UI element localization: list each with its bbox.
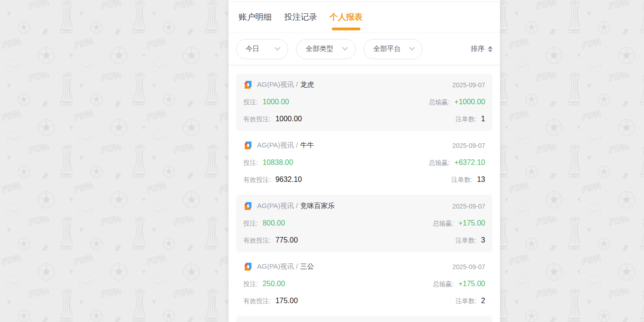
sort-arrows-icon xyxy=(488,46,493,52)
active-tab-underline xyxy=(332,28,360,30)
total-win-label: 总输赢: xyxy=(429,98,450,107)
bet-count-value: 1 xyxy=(481,115,485,123)
ag-provider-logo-icon xyxy=(243,141,253,150)
type-filter-value: 全部类型 xyxy=(306,45,333,53)
total-win-label: 总输赢: xyxy=(433,280,454,288)
sort-desc-icon xyxy=(488,50,493,52)
bet-count-value: 3 xyxy=(481,236,485,244)
bet-count-label: 注单数: xyxy=(455,115,476,124)
date-filter-dropdown[interactable]: 今日 xyxy=(236,39,288,59)
date-filter-value: 今日 xyxy=(246,45,259,53)
bet-label: 投注: xyxy=(243,159,258,167)
report-card[interactable]: AG(PA)视讯 / 龙虎 2025-09-07 投注: 1000.00 总输赢… xyxy=(236,73,493,131)
report-card[interactable]: AG(PA)视讯 / 三公 2025-09-07 投注: 250.00 总输赢:… xyxy=(236,255,493,313)
total-win-label: 总输赢: xyxy=(429,159,450,167)
report-panel: 账户明细 投注记录 个人报表 今日 全部类型 全部平台 排序 xyxy=(228,0,500,322)
bet-count-label: 注单数: xyxy=(451,176,472,184)
chevron-down-icon xyxy=(274,45,280,51)
record-date: 2025-09-07 xyxy=(452,142,485,149)
valid-bet-amount: 775.00 xyxy=(275,236,298,244)
ag-provider-logo-icon xyxy=(243,80,253,90)
total-win-amount: +1000.00 xyxy=(454,98,485,106)
record-date: 2025-09-07 xyxy=(452,203,485,210)
provider-name: AG(PA)视讯 / xyxy=(257,202,298,210)
total-win-amount: +175.00 xyxy=(459,219,485,227)
report-card[interactable]: AG(PA)视讯 / 竞咪百家乐 2025-09-07 投注: 800.00 总… xyxy=(236,195,493,252)
report-list: AG(PA)视讯 / 龙虎 2025-09-07 投注: 1000.00 总输赢… xyxy=(229,65,500,322)
bet-count-label: 注单数: xyxy=(455,297,476,305)
bet-label: 投注: xyxy=(243,220,258,228)
bet-count-value: 2 xyxy=(481,297,485,305)
valid-bet-label: 有效投注: xyxy=(243,297,271,305)
game-name: 龙虎 xyxy=(300,80,314,89)
valid-bet-label: 有效投注: xyxy=(243,237,271,245)
provider-name: AG(PA)视讯 / xyxy=(257,141,298,150)
sort-asc-icon xyxy=(488,46,493,49)
tab-label: 账户明细 xyxy=(239,12,272,22)
bet-amount: 250.00 xyxy=(263,280,285,288)
valid-bet-amount: 175.00 xyxy=(275,297,298,305)
chevron-down-icon xyxy=(409,45,415,51)
tab-label: 投注记录 xyxy=(284,12,317,22)
game-name: 竞咪百家乐 xyxy=(300,202,335,210)
ag-provider-logo-icon xyxy=(243,201,253,211)
tab-bet-record[interactable]: 投注记录 xyxy=(284,11,317,33)
chevron-down-icon xyxy=(342,45,348,51)
bet-amount: 1000.00 xyxy=(263,98,289,106)
valid-bet-label: 有效投注: xyxy=(243,176,271,184)
valid-bet-amount: 1000.00 xyxy=(275,115,302,123)
report-card-partial[interactable] xyxy=(236,316,493,322)
bet-count-label: 注单数: xyxy=(455,237,476,245)
filter-bar: 今日 全部类型 全部平台 排序 xyxy=(229,33,500,65)
bet-count-value: 13 xyxy=(477,175,485,184)
total-win-label: 总输赢: xyxy=(433,220,454,228)
bet-amount: 800.00 xyxy=(263,219,285,227)
sort-control[interactable]: 排序 xyxy=(471,45,493,53)
provider-name: AG(PA)视讯 / xyxy=(257,80,298,89)
total-win-amount: +6372.10 xyxy=(454,158,485,167)
record-date: 2025-09-07 xyxy=(452,263,485,271)
tab-account-detail[interactable]: 账户明细 xyxy=(239,11,272,33)
bet-label: 投注: xyxy=(243,280,258,288)
record-date: 2025-09-07 xyxy=(452,81,485,89)
report-card[interactable]: AG(PA)视讯 / 牛牛 2025-09-07 投注: 10838.00 总输… xyxy=(236,134,493,192)
game-name: 牛牛 xyxy=(300,141,314,150)
bet-amount: 10838.00 xyxy=(263,158,293,167)
valid-bet-label: 有效投注: xyxy=(243,115,271,124)
tab-personal-report[interactable]: 个人报表 xyxy=(330,11,363,33)
bet-label: 投注: xyxy=(243,98,258,107)
tab-bar: 账户明细 投注记录 个人报表 xyxy=(229,2,500,33)
provider-name: AG(PA)视讯 / xyxy=(257,262,298,271)
type-filter-dropdown[interactable]: 全部类型 xyxy=(296,39,356,59)
sort-label: 排序 xyxy=(471,45,485,53)
valid-bet-amount: 9632.10 xyxy=(275,175,302,184)
total-win-amount: +175.00 xyxy=(459,280,485,288)
platform-filter-dropdown[interactable]: 全部平台 xyxy=(364,39,423,59)
ag-provider-logo-icon xyxy=(243,262,253,271)
game-name: 三公 xyxy=(300,262,314,271)
platform-filter-value: 全部平台 xyxy=(373,45,401,53)
tab-label: 个人报表 xyxy=(330,12,363,22)
